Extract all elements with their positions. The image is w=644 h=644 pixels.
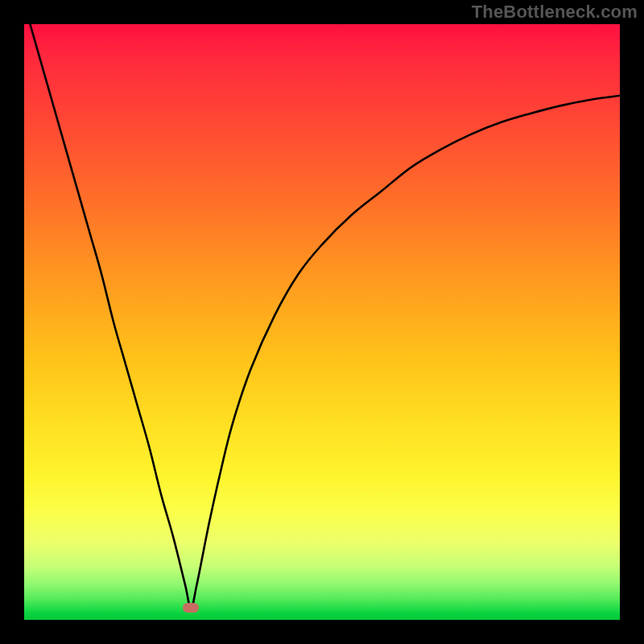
watermark-text: TheBottleneck.com (472, 2, 638, 23)
bottleneck-curve (24, 24, 620, 620)
minimum-marker (183, 603, 199, 613)
chart-frame: TheBottleneck.com (0, 0, 644, 644)
plot-area (24, 24, 620, 620)
